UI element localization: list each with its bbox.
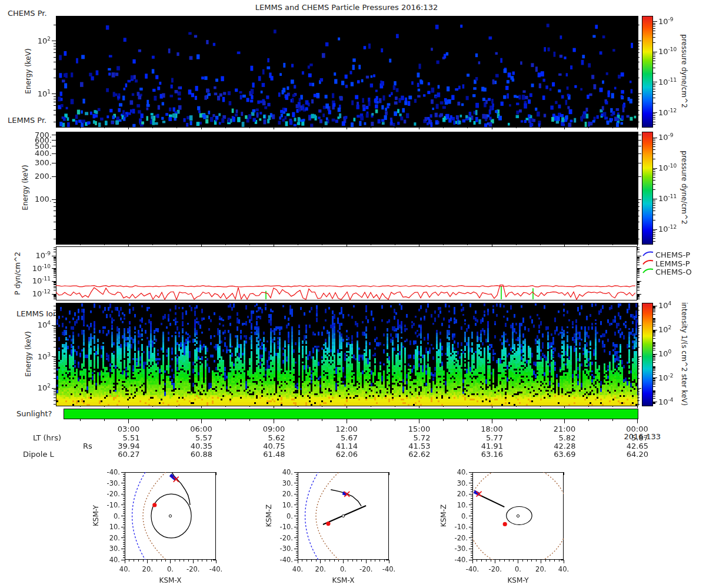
ephemeris-value: 64.20 [627, 450, 648, 459]
ephemeris-value: 5.51 [123, 433, 140, 442]
orbit-ytick-label: -10. [280, 523, 293, 531]
ephemeris-value: 60.88 [191, 450, 212, 459]
lemms-y-axis-label: Energy (keV) [21, 129, 29, 246]
orbit-ytick-label: 10. [282, 501, 293, 509]
ephemeris-row-label: Dipole L [23, 450, 54, 459]
legend-label-chems-p: CHEMS-P [655, 250, 690, 259]
orbit-ytick-label: 30. [457, 479, 468, 487]
lemms-ions-spectrogram [56, 303, 638, 406]
ephemeris-value: 5.62 [268, 433, 285, 442]
orbit-ytick-label: 10. [109, 523, 120, 531]
ephemeris-value: 62.62 [408, 450, 430, 459]
ephemeris-value: 5.72 [414, 433, 431, 442]
orbit-ytick-label: 40. [109, 556, 120, 564]
figure: LEMMS and CHEMS Particle Pressures 2016:… [0, 0, 706, 588]
sunlight-panel-label: Sunlight? [16, 409, 52, 418]
colorbar3-label: intensity 1/(s cm^2 ster keV) [680, 295, 688, 413]
legend-label-lemms-p: LEMMS-P [655, 259, 690, 268]
orbit-ytick-label: 40. [282, 468, 293, 476]
orbit-ytick-label: -40. [280, 556, 293, 564]
orbit-ytick-label: 0. [287, 512, 293, 520]
pressure-ytick-label: 10-9 [35, 250, 51, 260]
time-tick-label: 03:00 [99, 425, 158, 433]
orbit-ytick-label: -30. [280, 544, 293, 553]
ephemeris-value: 41.91 [481, 442, 503, 450]
intensity-colorbar-tick-label: 10-4 [658, 397, 674, 406]
pressure-colorbar-top-tick-label: 10-9 [658, 16, 674, 26]
orbit-xtick-label: -40. [374, 565, 404, 573]
time-tick-label: 15:00 [390, 425, 449, 433]
orbit-ytick-label: 40. [457, 468, 468, 476]
pressure-colorbar-top-tick-label: 10-12 [658, 108, 677, 117]
chems-pressure-spectrogram [56, 16, 638, 128]
ions-ytick-label: 102 [38, 383, 51, 392]
ephemeris-value: 41.53 [408, 442, 430, 450]
ephemeris-value: 63.69 [554, 450, 575, 459]
ephemeris-value: 5.57 [195, 433, 212, 442]
time-tick-label: 06:00 [172, 425, 231, 433]
orbit-ytick-label: 20. [457, 490, 468, 498]
ephemeris-value: 5.67 [341, 433, 358, 442]
orbit-yaxis-label: KSM-Z [265, 457, 273, 574]
orbit-xaxis-label: KSM-X [141, 576, 200, 584]
intensity-colorbar-tick-label: 102 [658, 325, 671, 334]
ephemeris-value: 5.77 [486, 433, 503, 442]
ions-ytick-label: 104 [38, 320, 51, 329]
orbit-xtick-label: -40. [201, 565, 231, 573]
legend-label-chems-o: CHEMS-O [655, 268, 692, 276]
ephemeris-value: 40.75 [263, 442, 285, 450]
orbit-yaxis-label: KSM-Y [92, 457, 100, 574]
intensity-colorbar [642, 303, 653, 406]
time-tick-label: 21:00 [535, 425, 594, 433]
pressure-colorbar-mid-tick-label: 10-12 [658, 224, 677, 233]
time-tick-label: 09:00 [245, 425, 304, 433]
orbit-ytick-label: -30. [455, 544, 468, 553]
orbit-plot-1 [125, 472, 216, 560]
ephemeris-value: 41.14 [336, 442, 358, 450]
orbit-xaxis-label: KSM-X [314, 576, 373, 584]
orbit-xaxis-label: KSM-Y [489, 576, 548, 584]
orbit-ytick-label: -20. [280, 534, 293, 542]
orbit-ytick-label: -20. [107, 490, 120, 498]
orbit-ytick-label: 20. [282, 490, 293, 498]
colorbar1-label: pressure dyne/cm^2 [680, 12, 688, 130]
ephemeris-value: 60.27 [118, 450, 139, 459]
orbit-plot-2 [298, 472, 389, 560]
lemms-ytick-label: 300. [35, 158, 52, 167]
intensity-colorbar-tick-label: 104 [658, 300, 671, 310]
figure-title: LEMMS and CHEMS Particle Pressures 2016:… [229, 3, 464, 12]
ephemeris-value: 63.16 [481, 450, 503, 459]
orbit-ytick-label: -20. [455, 534, 468, 542]
ephemeris-value: 5.82 [559, 433, 576, 442]
pressure-y-axis-label: P dyn/cm^2 [14, 215, 22, 332]
orbit-ytick-label: 10. [457, 501, 468, 509]
pressure-ytick-label: 10-11 [32, 276, 51, 285]
pressure-colorbar-mid-tick-label: 10-11 [658, 193, 677, 203]
orbit-ytick-label: -30. [107, 479, 120, 487]
orbit-ytick-label: -40. [107, 468, 120, 476]
ephemeris-value: 40.35 [191, 442, 212, 450]
time-tick-label: 00:00 [608, 425, 667, 433]
chems-ytick-label: 102 [38, 36, 51, 45]
orbit-plot-3 [472, 472, 564, 560]
orbit-ytick-label: 30. [282, 479, 293, 487]
ions-y-axis-label: Energy (keV) [24, 295, 32, 413]
pressure-ytick-label: 10-10 [32, 263, 51, 273]
ephemeris-row-label: Rs [83, 442, 92, 450]
ephemeris-value: 42.65 [627, 442, 648, 450]
ions-panel-label: LEMMS Ions [16, 309, 62, 318]
sunlight-bar [64, 409, 638, 419]
pressure-colorbar-top [642, 16, 653, 128]
ephemeris-row-label: LT (hrs) [33, 433, 61, 442]
chems-y-axis-label: Energy (keV) [24, 12, 32, 130]
pressure-colorbar-top-tick-label: 10-10 [658, 46, 677, 56]
pressure-ytick-label: 10-12 [32, 289, 51, 298]
orbit-ytick-label: 20. [109, 534, 120, 542]
orbit-ytick-label: 30. [109, 544, 120, 553]
pressure-colorbar-mid [642, 132, 653, 245]
orbit-xtick-label: 40. [549, 565, 578, 573]
lemms-pressure-spectrogram [56, 132, 638, 245]
lemms-ytick-label: 400. [35, 149, 52, 158]
pressure-colorbar-top-tick-label: 10-11 [658, 77, 677, 86]
pressure-colorbar-mid-tick-label: 10-9 [658, 132, 674, 142]
